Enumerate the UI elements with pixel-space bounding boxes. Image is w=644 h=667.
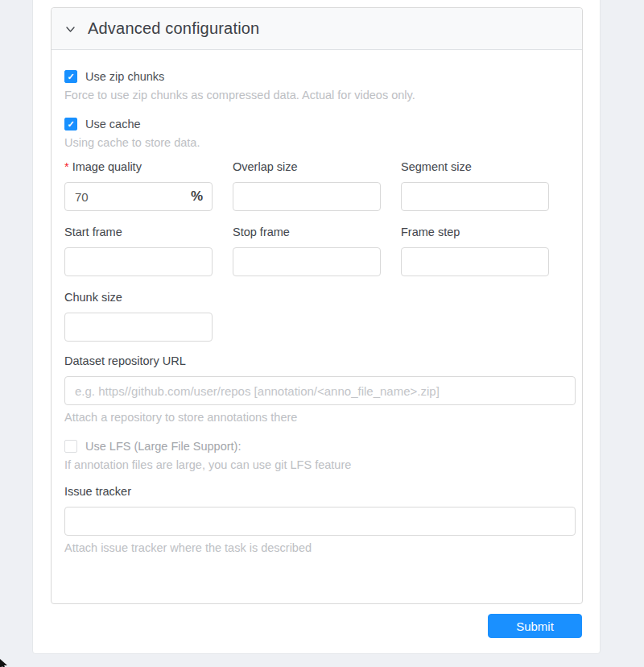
use-lfs-item: Use LFS (Large File Support): If annotat… — [64, 440, 569, 471]
overlap-size-label: Overlap size — [233, 160, 381, 176]
submit-button[interactable]: Submit — [488, 614, 582, 638]
use-lfs-checkbox[interactable] — [64, 440, 77, 453]
start-frame-input[interactable] — [64, 247, 213, 276]
chunk-size-input[interactable] — [64, 313, 213, 342]
use-lfs-label[interactable]: Use LFS (Large File Support): — [85, 440, 241, 453]
use-lfs-help: If annotation files are large, you can u… — [64, 458, 569, 471]
chunk-size-label: Chunk size — [64, 291, 213, 307]
frame-step-input[interactable] — [401, 247, 549, 276]
required-asterisk: * — [64, 160, 69, 173]
frame-step-field: Frame step — [401, 226, 549, 276]
dataset-repository-input[interactable] — [64, 376, 576, 405]
advanced-configuration-header[interactable]: Advanced configuration — [52, 8, 582, 50]
overlap-size-input[interactable] — [233, 182, 381, 211]
checkmark-icon: ✓ — [67, 120, 74, 129]
stop-frame-field: Stop frame — [233, 226, 381, 276]
stop-frame-label: Stop frame — [233, 226, 381, 242]
issue-tracker-input[interactable] — [64, 507, 576, 536]
start-frame-label: Start frame — [64, 226, 213, 242]
issue-tracker-label: Issue tracker — [64, 485, 569, 501]
start-frame-field: Start frame — [64, 226, 213, 276]
dataset-repository-help: Attach a repository to store annotations… — [64, 411, 569, 424]
segment-size-field: Segment size — [401, 160, 549, 211]
chevron-down-icon — [65, 23, 76, 34]
zip-chunks-help: Force to use zip chunks as compressed da… — [64, 89, 569, 102]
overlap-size-field: Overlap size — [233, 160, 381, 211]
numeric-fields-grid: *Image quality % Overlap size Segment si… — [64, 160, 569, 342]
image-quality-label: *Image quality — [64, 160, 213, 176]
dataset-repository-label: Dataset repository URL — [64, 354, 569, 371]
use-cache-checkbox[interactable]: ✓ — [64, 118, 77, 130]
image-quality-field: *Image quality % — [64, 160, 213, 211]
panel-body: ✓ Use zip chunks Force to use zip chunks… — [52, 50, 582, 554]
zip-chunks-checkbox[interactable]: ✓ — [64, 70, 77, 83]
zip-chunks-item: ✓ Use zip chunks Force to use zip chunks… — [64, 70, 569, 102]
dataset-repository-field: Dataset repository URL Attach a reposito… — [64, 354, 569, 424]
use-cache-label[interactable]: Use cache — [85, 118, 141, 130]
mouse-cursor-icon — [0, 658, 10, 667]
stop-frame-input[interactable] — [233, 247, 381, 276]
chunk-size-field: Chunk size — [64, 291, 213, 342]
segment-size-label: Segment size — [401, 160, 549, 176]
zip-chunks-label[interactable]: Use zip chunks — [85, 70, 164, 83]
frame-step-label: Frame step — [401, 226, 549, 242]
issue-tracker-help: Attach issue tracker where the task is d… — [64, 541, 569, 554]
checkmark-icon: ✓ — [67, 72, 74, 81]
use-cache-help: Using cache to store data. — [64, 136, 569, 149]
percent-suffix: % — [191, 188, 203, 205]
segment-size-input[interactable] — [401, 182, 549, 211]
panel-title: Advanced configuration — [88, 19, 259, 38]
issue-tracker-field: Issue tracker Attach issue tracker where… — [64, 485, 569, 554]
use-cache-item: ✓ Use cache Using cache to store data. — [64, 118, 569, 149]
create-task-card: Advanced configuration ✓ Use zip chunks … — [32, 0, 601, 654]
advanced-configuration-panel: Advanced configuration ✓ Use zip chunks … — [51, 7, 583, 604]
